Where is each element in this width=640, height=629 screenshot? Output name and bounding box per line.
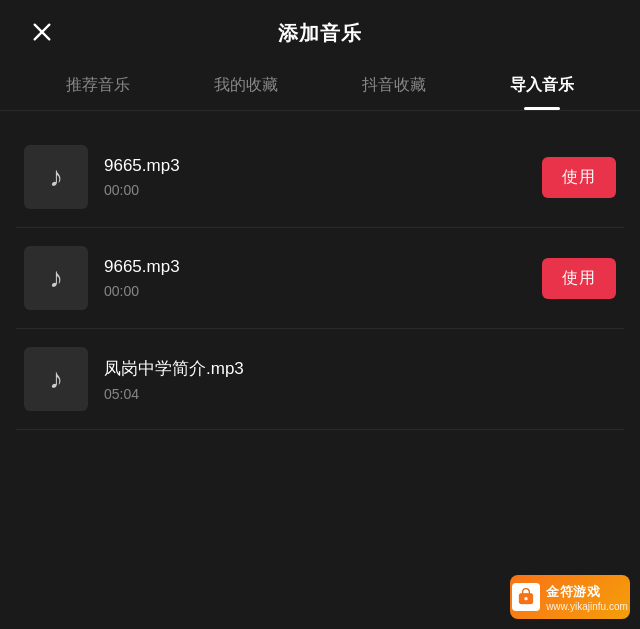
music-list: ♪ 9665.mp3 00:00 使用 ♪ 9665.mp3 00:00 使用 … — [0, 127, 640, 430]
music-thumbnail: ♪ — [24, 246, 88, 310]
music-info: 凤岗中学简介.mp3 05:04 — [104, 357, 616, 402]
music-note-icon: ♪ — [49, 363, 63, 395]
watermark-badge: 金符游戏 www.yikajinfu.com — [510, 575, 630, 619]
music-name: 9665.mp3 — [104, 156, 542, 176]
svg-point-3 — [524, 597, 527, 600]
music-duration: 00:00 — [104, 283, 542, 299]
tab-douyin-collection[interactable]: 抖音收藏 — [320, 63, 468, 110]
tab-bar: 推荐音乐 我的收藏 抖音收藏 导入音乐 — [0, 63, 640, 111]
music-info: 9665.mp3 00:00 — [104, 257, 542, 299]
music-info: 9665.mp3 00:00 — [104, 156, 542, 198]
page-title: 添加音乐 — [278, 20, 362, 47]
music-note-icon: ♪ — [49, 262, 63, 294]
watermark-text-block: 金符游戏 www.yikajinfu.com — [546, 583, 628, 612]
use-button[interactable]: 使用 — [542, 157, 616, 198]
watermark-url: www.yikajinfu.com — [546, 601, 628, 612]
music-duration: 00:00 — [104, 182, 542, 198]
music-name: 9665.mp3 — [104, 257, 542, 277]
music-duration: 05:04 — [104, 386, 616, 402]
close-button[interactable] — [24, 14, 60, 50]
music-name: 凤岗中学简介.mp3 — [104, 357, 616, 380]
watermark-name: 金符游戏 — [546, 583, 600, 601]
music-thumbnail: ♪ — [24, 347, 88, 411]
list-item: ♪ 9665.mp3 00:00 使用 — [16, 228, 624, 329]
music-thumbnail: ♪ — [24, 145, 88, 209]
header: 添加音乐 — [0, 0, 640, 63]
music-note-icon: ♪ — [49, 161, 63, 193]
use-button[interactable]: 使用 — [542, 258, 616, 299]
list-item: ♪ 凤岗中学简介.mp3 05:04 — [16, 329, 624, 430]
tab-import[interactable]: 导入音乐 — [468, 63, 616, 110]
watermark-icon — [512, 583, 540, 611]
list-item: ♪ 9665.mp3 00:00 使用 — [16, 127, 624, 228]
tab-my-collection[interactable]: 我的收藏 — [172, 63, 320, 110]
tab-recommended[interactable]: 推荐音乐 — [24, 63, 172, 110]
